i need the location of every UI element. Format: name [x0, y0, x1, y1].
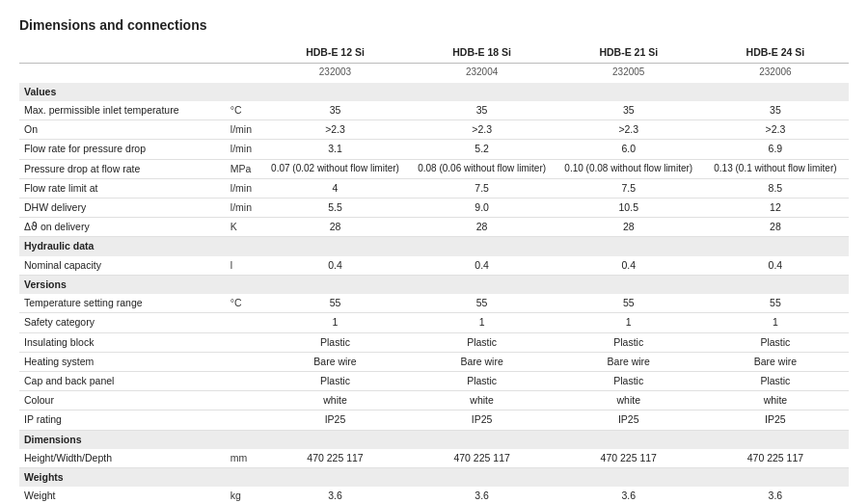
- row-unit: kg: [226, 487, 262, 503]
- row-value-3: Bare wire: [556, 352, 702, 371]
- model-4-name: HDB-E 24 Si: [702, 42, 849, 64]
- data-row: Cap and back panelPlasticPlasticPlasticP…: [19, 372, 849, 391]
- row-value-1: white: [261, 391, 408, 410]
- row-unit: [226, 391, 262, 410]
- row-label: Pressure drop at flow rate: [19, 159, 226, 178]
- row-unit: [226, 352, 262, 371]
- data-row-dim: Height/Width/Depthmm470 225 117470 225 1…: [19, 449, 849, 468]
- row-unit: K: [226, 218, 262, 237]
- model-4-code: 232006: [702, 64, 849, 83]
- row-value-4: 55: [702, 294, 849, 313]
- data-row-multiline: Pressure drop at flow rateMPa0.07 (0.02 …: [19, 159, 849, 178]
- row-value-1: Bare wire: [261, 352, 408, 371]
- row-value-4: 12: [702, 199, 849, 218]
- row-unit: l/min: [226, 178, 262, 198]
- row-value-2: 35: [409, 101, 556, 120]
- data-row: Temperature setting range°C55555555: [19, 294, 849, 313]
- model-3-code: 232005: [556, 64, 702, 83]
- row-value-1: 3.6: [261, 487, 408, 503]
- row-label: Safety category: [19, 313, 226, 332]
- row-unit: l/min: [226, 199, 262, 218]
- row-value-4: white: [702, 391, 849, 410]
- row-value-1: 55: [261, 294, 408, 313]
- data-row: Insulating blockPlasticPlasticPlasticPla…: [19, 332, 849, 352]
- data-row: Safety category1111: [19, 313, 849, 332]
- row-value-2: >2.3: [409, 120, 556, 140]
- row-dim-value-4: 470 225 117: [702, 449, 849, 468]
- group-row: Versions: [19, 275, 849, 294]
- row-label: Height/Width/Depth: [19, 449, 226, 468]
- row-value-2: 9.0: [409, 199, 556, 218]
- row-value-1: 0.07 (0.02 without flow limiter): [261, 159, 408, 178]
- row-label: Colour: [19, 391, 226, 410]
- row-value-2: 3.6: [409, 487, 556, 503]
- row-label: Cap and back panel: [19, 372, 226, 391]
- row-unit: l/min: [226, 120, 262, 140]
- row-value-1: 1: [261, 313, 408, 332]
- row-value-4: 8.5: [702, 178, 849, 198]
- row-dim-value-1: 470 225 117: [261, 449, 408, 468]
- model-2-code: 232004: [409, 64, 556, 83]
- group-row: Hydraulic data: [19, 237, 849, 256]
- row-value-4: 3.6: [702, 487, 849, 503]
- row-unit: mm: [226, 449, 262, 468]
- row-value-2: 55: [409, 294, 556, 313]
- data-row: Max. permissible inlet temperature°C3535…: [19, 101, 849, 120]
- row-value-2: 28: [409, 218, 556, 237]
- row-value-2: 0.08 (0.06 without flow limiter): [409, 159, 556, 178]
- data-row: DHW deliveryl/min5.59.010.512: [19, 199, 849, 218]
- row-value-4: IP25: [702, 410, 849, 430]
- row-value-3: IP25: [556, 410, 702, 430]
- row-value-1: >2.3: [261, 120, 408, 140]
- row-value-3: >2.3: [556, 120, 702, 140]
- data-row: Heating systemBare wireBare wireBare wir…: [19, 352, 849, 371]
- model-code-row: 232003 232004 232005 232006: [19, 64, 849, 83]
- row-label: Nominal capacity: [19, 256, 226, 276]
- row-value-2: 7.5: [409, 178, 556, 198]
- group-row: Weights: [19, 468, 849, 488]
- model-3-name: HDB-E 21 Si: [556, 42, 702, 64]
- row-unit: [226, 332, 262, 352]
- row-value-2: white: [409, 391, 556, 410]
- row-value-3: 0.10 (0.08 without flow limiter): [556, 159, 702, 178]
- row-value-1: 5.5: [261, 199, 408, 218]
- row-unit: [226, 313, 262, 332]
- row-label: Temperature setting range: [19, 294, 226, 313]
- row-value-2: 5.2: [409, 140, 556, 159]
- data-row: Flow rate for pressure dropl/min3.15.26.…: [19, 140, 849, 159]
- group-row: Values: [19, 83, 849, 101]
- group-label: Hydraulic data: [19, 237, 849, 256]
- row-value-1: 4: [261, 178, 408, 198]
- data-row: Weightkg3.63.63.63.6: [19, 487, 849, 503]
- row-value-3: 1: [556, 313, 702, 332]
- row-label: Weight: [19, 487, 226, 503]
- row-value-1: Plastic: [261, 372, 408, 391]
- row-unit: °C: [226, 101, 262, 120]
- row-value-1: 3.1: [261, 140, 408, 159]
- row-label: Heating system: [19, 352, 226, 371]
- row-label: Insulating block: [19, 332, 226, 352]
- group-row: Dimensions: [19, 430, 849, 449]
- row-unit: °C: [226, 294, 262, 313]
- page-title: Dimensions and connections: [19, 17, 849, 33]
- row-value-3: 7.5: [556, 178, 702, 198]
- row-label: Δϑ on delivery: [19, 218, 226, 237]
- row-value-1: 28: [261, 218, 408, 237]
- model-1-code: 232003: [261, 64, 408, 83]
- row-value-1: Plastic: [261, 332, 408, 352]
- row-label: Flow rate limit at: [19, 178, 226, 198]
- row-value-4: Plastic: [702, 332, 849, 352]
- row-label: On: [19, 120, 226, 140]
- data-row: Onl/min>2.3>2.3>2.3>2.3: [19, 120, 849, 140]
- row-dim-value-2: 470 225 117: [409, 449, 556, 468]
- row-value-1: IP25: [261, 410, 408, 430]
- row-value-2: 1: [409, 313, 556, 332]
- row-value-3: 28: [556, 218, 702, 237]
- row-unit: l: [226, 256, 262, 276]
- row-label: Max. permissible inlet temperature: [19, 101, 226, 120]
- row-value-3: 3.6: [556, 487, 702, 503]
- group-label: Dimensions: [19, 430, 849, 449]
- row-value-2: IP25: [409, 410, 556, 430]
- row-value-2: 0.4: [409, 256, 556, 276]
- row-value-3: 6.0: [556, 140, 702, 159]
